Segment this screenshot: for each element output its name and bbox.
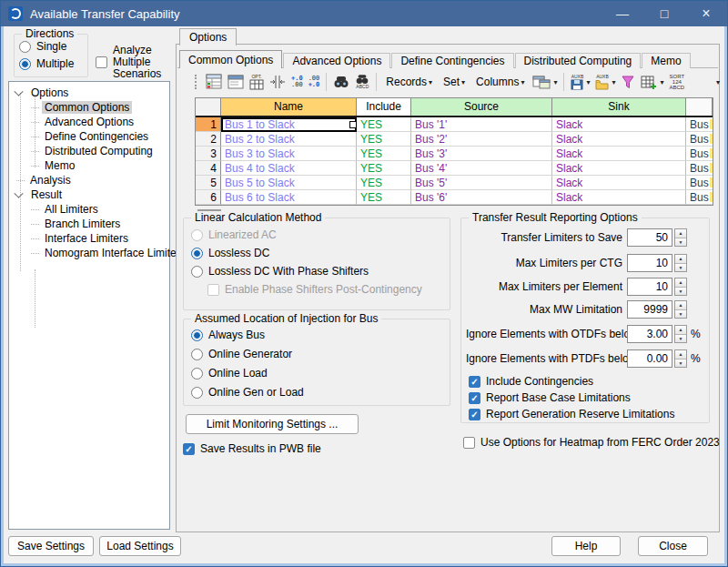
tree-item-analysis[interactable]: Analysis xyxy=(16,173,74,187)
save-results-pwb-checkbox[interactable]: Save Results in PWB file xyxy=(183,442,321,455)
selected-cell[interactable]: Bus 1 to Slack xyxy=(221,117,357,132)
columns-dropdown[interactable]: Columns▾ xyxy=(471,72,529,92)
tab-memo[interactable]: Memo xyxy=(642,53,690,68)
open-aux-file-dropdown[interactable]: AUXB ▾ xyxy=(593,72,617,92)
column-header-include[interactable]: Include xyxy=(357,98,411,116)
row-number-cell[interactable]: 3 xyxy=(196,147,221,161)
source-cell[interactable]: Bus '1' xyxy=(411,117,552,132)
cell-fill-handle[interactable] xyxy=(349,121,357,128)
column-header-name[interactable]: Name xyxy=(221,98,357,116)
name-cell[interactable]: Bus 4 to Slack xyxy=(221,161,357,176)
include-cell[interactable]: YES xyxy=(357,161,411,176)
autosize-columns-icon[interactable] xyxy=(268,72,288,92)
tab-define-contingencies[interactable]: Define Contingencies xyxy=(391,53,513,68)
tree-item-branch-limiters[interactable]: Branch Limiters xyxy=(31,217,123,231)
name-cell[interactable]: Bus 3 to Slack xyxy=(221,147,357,161)
spinner[interactable] xyxy=(674,254,687,272)
tree-item-result[interactable]: Result xyxy=(15,187,65,202)
extra-cell[interactable]: Bus xyxy=(686,176,713,190)
source-cell[interactable]: Bus '6' xyxy=(411,190,552,205)
load-settings-button[interactable]: Load Settings xyxy=(99,536,181,556)
sink-cell[interactable]: Slack xyxy=(552,117,686,132)
include-cell[interactable]: YES xyxy=(357,176,411,190)
records-dropdown[interactable]: Records▾ xyxy=(381,72,437,92)
limit-monitoring-settings-button[interactable]: Limit Monitoring Settings ... xyxy=(186,414,359,434)
include-cell[interactable]: YES xyxy=(357,190,411,205)
transfer-limiters-to-save-field[interactable]: 50 xyxy=(627,228,672,247)
tree-item-common-options[interactable]: Common Options xyxy=(31,100,132,115)
include-cell[interactable]: YES xyxy=(357,147,411,161)
form-view-icon[interactable] xyxy=(226,72,246,92)
extra-cell[interactable]: Bus xyxy=(686,147,713,161)
ferc-heatmap-checkbox[interactable]: Use Options for Heatmap from FERC Order … xyxy=(463,436,720,449)
toolbar-overflow-icon[interactable]: ▾ xyxy=(716,78,720,86)
tree-item-define-contingencies[interactable]: Define Contingencies xyxy=(31,129,151,144)
include-contingencies-checkbox[interactable]: Include Contingencies xyxy=(469,375,593,388)
close-button[interactable]: Close xyxy=(638,536,708,556)
close-icon[interactable]: × xyxy=(685,1,727,26)
radio-online-gen-or-load[interactable]: Online Gen or Load xyxy=(191,386,304,399)
otdf-threshold-field[interactable]: 3.00 xyxy=(627,325,672,343)
tab-common-options[interactable]: Common Options xyxy=(179,50,282,68)
row-number-cell[interactable]: 4 xyxy=(196,161,221,176)
find-icon[interactable] xyxy=(331,72,351,92)
tree-item-interface-limiters[interactable]: Interface Limiters xyxy=(31,231,131,246)
tab-advanced-options[interactable]: Advanced Options xyxy=(283,53,390,68)
max-mw-limitation-field[interactable]: 9999 xyxy=(627,300,672,319)
find-by-name-icon[interactable]: ABCD xyxy=(353,72,371,92)
sink-cell[interactable]: Slack xyxy=(552,176,686,190)
tree-item-memo[interactable]: Memo xyxy=(31,158,77,173)
spinner[interactable] xyxy=(674,325,687,343)
help-button[interactable]: Help xyxy=(551,536,621,556)
spinner[interactable] xyxy=(674,349,687,368)
maximize-button[interactable]: □ xyxy=(643,1,685,26)
sort-icon[interactable]: SORT124ABCD xyxy=(667,72,686,92)
tree-item-all-limiters[interactable]: All Limiters xyxy=(31,202,101,217)
radio-linearized-ac[interactable]: Linearized AC xyxy=(191,228,277,241)
spinner[interactable] xyxy=(674,300,687,319)
tab-distributed-computing[interactable]: Distributed Computing xyxy=(515,53,642,68)
tree-item-options[interactable]: Options xyxy=(15,86,71,100)
max-limiters-per-ctg-field[interactable]: 10 xyxy=(627,254,672,272)
report-generation-reserve-checkbox[interactable]: Report Generation Reserve Limitations xyxy=(469,408,674,420)
name-cell[interactable]: Bus 5 to Slack xyxy=(221,176,357,190)
tab-options[interactable]: Options xyxy=(179,28,237,46)
column-header-extra[interactable] xyxy=(686,98,713,116)
name-cell[interactable]: Bus 2 to Slack xyxy=(221,132,357,147)
analyze-multiple-scenarios-checkbox[interactable]: Analyze Multiple Scenarios xyxy=(96,45,161,80)
extra-cell[interactable]: Bus xyxy=(686,117,713,132)
filter-funnel-icon[interactable] xyxy=(619,72,637,92)
radio-lossless-dc-phase-shifters[interactable]: Lossless DC With Phase Shifters xyxy=(191,265,369,278)
radio-single[interactable]: Single xyxy=(19,40,66,53)
decrease-decimals-icon[interactable]: .00+.0 xyxy=(307,72,322,92)
sink-cell[interactable]: Slack xyxy=(552,161,686,176)
extra-cell[interactable]: Bus xyxy=(686,132,713,147)
source-cell[interactable]: Bus '5' xyxy=(411,176,552,190)
source-cell[interactable]: Bus '2' xyxy=(411,132,552,147)
enable-phase-shifters-checkbox[interactable]: Enable Phase Shifters Post-Contingency xyxy=(207,283,422,296)
corner-header-cell[interactable] xyxy=(196,98,221,116)
spinner[interactable] xyxy=(674,278,687,296)
row-number-cell[interactable]: 6 xyxy=(196,190,221,205)
name-cell[interactable]: Bus 6 to Slack xyxy=(221,190,357,205)
extra-cell[interactable]: Bus xyxy=(686,161,713,176)
source-cell[interactable]: Bus '3' xyxy=(411,147,552,161)
sink-cell[interactable]: Slack xyxy=(552,190,686,205)
case-information-grid-icon[interactable] xyxy=(204,72,224,92)
radio-online-load[interactable]: Online Load xyxy=(191,367,268,380)
tree-item-nomogram-interface-limiters[interactable]: Nomogram Interface Limite xyxy=(31,246,179,260)
sink-cell[interactable]: Slack xyxy=(552,147,686,161)
include-cell[interactable]: YES xyxy=(357,117,411,132)
increase-decimals-icon[interactable]: +.0.00 xyxy=(289,72,305,92)
save-settings-button[interactable]: Save Settings xyxy=(8,536,94,556)
row-number-cell[interactable]: 5 xyxy=(196,176,221,190)
tree-item-advanced-options[interactable]: Advanced Options xyxy=(31,115,136,129)
minimize-button[interactable]: — xyxy=(602,1,643,26)
ptdf-threshold-field[interactable]: 0.00 xyxy=(627,349,672,368)
radio-multiple[interactable]: Multiple xyxy=(19,57,74,70)
column-header-source[interactable]: Source xyxy=(411,98,552,116)
row-number-cell[interactable]: 2 xyxy=(196,132,221,147)
source-cell[interactable]: Bus '4' xyxy=(411,161,552,176)
spinner[interactable] xyxy=(674,228,687,247)
radio-online-generator[interactable]: Online Generator xyxy=(191,348,292,360)
